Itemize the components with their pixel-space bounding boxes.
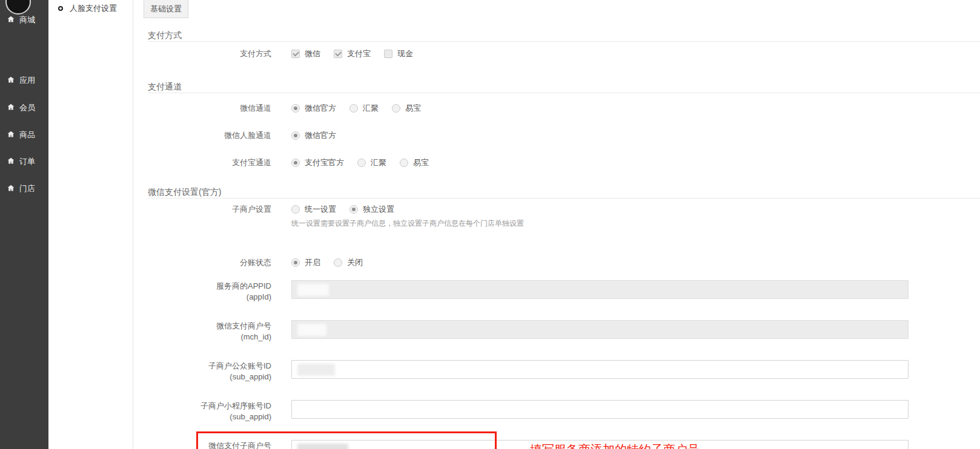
sidebar-item-label: 商品 xyxy=(19,129,35,140)
checkbox-unchecked-icon xyxy=(384,50,392,58)
field-label: 支付方式 xyxy=(148,48,271,59)
submenu-item-label: 人脸支付设置 xyxy=(70,3,117,14)
radio-unified-setting[interactable]: 统一设置 xyxy=(291,204,336,215)
section-title-pay-method: 支付方式 xyxy=(148,29,980,42)
home-icon xyxy=(7,130,15,140)
radio-icon xyxy=(334,258,342,267)
sidebar-item-apps[interactable]: 应用 xyxy=(7,75,35,86)
radio-selected-icon xyxy=(291,104,300,113)
home-icon xyxy=(7,103,15,113)
sidebar-item-stores[interactable]: 门店 xyxy=(7,183,35,194)
app-id-input xyxy=(291,280,909,299)
radio-alipay-official[interactable]: 支付宝官方 xyxy=(291,157,344,168)
sub-appid-mp-input[interactable] xyxy=(291,360,909,379)
form-row-sub-mch-id: 微信支付子商户号 (sub_mch_id) 填写服务商添加的特约子商户号 xyxy=(148,440,980,449)
radio-label: 汇聚 xyxy=(363,103,379,114)
circle-icon xyxy=(58,6,63,11)
redacted-value xyxy=(297,444,348,449)
radio-icon xyxy=(400,159,408,167)
radio-wechat-official[interactable]: 微信官方 xyxy=(291,130,336,141)
form-row-sub-appid-mini: 子商户小程序账号ID (sub_appid) xyxy=(148,400,980,422)
home-icon xyxy=(7,184,15,194)
radio-yibao[interactable]: 易宝 xyxy=(392,103,421,114)
radio-icon xyxy=(392,104,400,113)
redacted-value xyxy=(297,364,335,376)
form-row-sub-merchant: 子商户设置 统一设置 独立设置 xyxy=(148,202,980,217)
radio-icon xyxy=(357,159,366,167)
form-row-sub-appid-mp: 子商户公众账号ID (sub_appid) xyxy=(148,360,980,382)
radio-label: 统一设置 xyxy=(305,204,336,215)
radio-label: 独立设置 xyxy=(363,204,394,215)
checkbox-cash[interactable]: 现金 xyxy=(384,48,413,59)
field-label: 子商户小程序账号ID (sub_appid) xyxy=(148,400,271,422)
radio-label: 微信官方 xyxy=(305,103,336,114)
checkbox-label: 微信 xyxy=(305,48,320,59)
field-label: 分账状态 xyxy=(148,257,271,268)
checkbox-checked-icon xyxy=(334,50,342,58)
sidebar-item-goods[interactable]: 商品 xyxy=(7,129,35,140)
radio-label: 支付宝官方 xyxy=(305,157,344,168)
checkbox-alipay[interactable]: 支付宝 xyxy=(334,48,371,59)
app-window: 商城 应用 会员 商品 订单 门店 人脸支付设置 基础设置 xyxy=(0,0,980,449)
sidebar-item-label: 应用 xyxy=(19,75,35,86)
radio-label: 微信官方 xyxy=(305,130,336,141)
section-title-wechat-official: 微信支付设置(官方) xyxy=(148,186,980,198)
home-icon xyxy=(7,157,15,166)
radio-split-off[interactable]: 关闭 xyxy=(334,257,363,268)
sidebar-item-label: 门店 xyxy=(19,183,35,194)
radio-huiju[interactable]: 汇聚 xyxy=(357,157,386,168)
checkbox-checked-icon xyxy=(291,50,300,58)
red-annotation-text: 填写服务商添加的特约子商户号 xyxy=(530,442,700,449)
field-label: 微信通道 xyxy=(148,103,271,114)
radio-yibao[interactable]: 易宝 xyxy=(400,157,429,168)
form-row-app-id: 服务商的APPID (appId) xyxy=(148,280,980,303)
radio-label: 开启 xyxy=(305,257,320,268)
sidebar-item-members[interactable]: 会员 xyxy=(7,102,35,113)
checkbox-label: 现金 xyxy=(397,48,413,59)
field-label: 子商户公众账号ID (sub_appid) xyxy=(148,360,271,382)
radio-icon xyxy=(291,205,300,214)
form-row-mch-id: 微信支付商户号 (mch_id) xyxy=(148,320,980,342)
form-row-alipay-channel: 支付宝通道 支付宝官方 汇聚 易宝 xyxy=(148,156,980,170)
field-label: 微信人脸通道 xyxy=(148,130,271,141)
secondary-sidebar: 人脸支付设置 xyxy=(48,0,133,449)
form-row-wechat-channel: 微信通道 微信官方 汇聚 易宝 xyxy=(148,101,980,116)
radio-icon xyxy=(349,104,358,113)
sidebar-item-label: 会员 xyxy=(19,102,35,113)
radio-independent-setting[interactable]: 独立设置 xyxy=(349,204,394,215)
home-icon xyxy=(7,76,15,85)
radio-wechat-official[interactable]: 微信官方 xyxy=(291,103,336,114)
sub-appid-mini-input[interactable] xyxy=(291,400,909,419)
field-label: 微信支付商户号 (mch_id) xyxy=(148,320,271,342)
redacted-value xyxy=(297,284,329,296)
form-row-split-status: 分账状态 开启 关闭 xyxy=(148,255,980,270)
sidebar-item-label: 商城 xyxy=(19,15,35,25)
checkbox-wechat[interactable]: 微信 xyxy=(291,48,320,59)
field-label: 子商户设置 xyxy=(148,204,271,215)
redacted-value xyxy=(297,324,326,336)
radio-label: 易宝 xyxy=(405,103,421,114)
radio-huiju[interactable]: 汇聚 xyxy=(349,103,379,114)
radio-selected-icon xyxy=(291,258,300,267)
sub-merchant-hint: 统一设置需要设置子商户信息，独立设置子商户信息在每个门店单独设置 xyxy=(291,218,980,229)
primary-sidebar: 商城 应用 会员 商品 订单 门店 xyxy=(0,0,48,449)
submenu-item-face-pay-settings[interactable]: 人脸支付设置 xyxy=(48,0,133,14)
radio-label: 关闭 xyxy=(347,257,363,268)
field-label: 微信支付子商户号 (sub_mch_id) xyxy=(148,440,271,449)
radio-label: 易宝 xyxy=(413,157,429,168)
tab-basic-settings[interactable]: 基础设置 xyxy=(144,0,188,18)
radio-selected-icon xyxy=(291,159,300,167)
field-label: 支付宝通道 xyxy=(148,157,271,168)
sidebar-item-label: 订单 xyxy=(19,156,35,167)
radio-label: 汇聚 xyxy=(371,157,386,168)
mch-id-input xyxy=(291,320,909,339)
sidebar-item-orders[interactable]: 订单 xyxy=(7,156,35,167)
section-title-pay-channel: 支付通道 xyxy=(148,80,980,93)
radio-selected-icon xyxy=(349,205,358,214)
app-logo[interactable] xyxy=(5,0,31,15)
sidebar-item-mall[interactable]: 商城 xyxy=(7,15,35,25)
form-row-wechat-face-channel: 微信人脸通道 微信官方 xyxy=(148,128,980,143)
radio-split-on[interactable]: 开启 xyxy=(291,257,320,268)
main-content: 基础设置 支付方式 支付方式 微信 支付宝 现金 支付通道 xyxy=(133,0,980,449)
form-row-pay-method: 支付方式 微信 支付宝 现金 xyxy=(148,47,980,61)
